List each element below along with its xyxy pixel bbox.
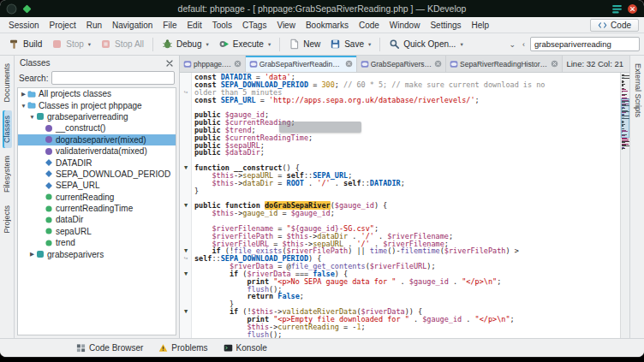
menu-file[interactable]: File xyxy=(158,19,182,32)
menu-edit[interactable]: Edit xyxy=(182,19,206,32)
gutter-cell xyxy=(180,149,192,157)
gutter-cell xyxy=(180,278,192,286)
konsole-toggle[interactable]: Konsole xyxy=(219,341,271,354)
expander-icon[interactable]: ▶ xyxy=(28,251,36,258)
fold-marker-icon[interactable]: ▼ xyxy=(180,270,192,278)
classes-search-input[interactable] xyxy=(51,71,175,85)
menu-settings[interactable]: Settings xyxy=(425,19,466,32)
save-button[interactable]: Save▾ xyxy=(325,36,375,52)
expander-icon[interactable]: ▼ xyxy=(20,103,27,109)
tree-item-label: validateriverdata(mixed) xyxy=(56,146,147,156)
code-browser-icon xyxy=(76,343,86,353)
tab-grabseparivers[interactable]: GrabSepaRivers.php xyxy=(357,56,446,72)
chevron-left-icon[interactable]: ‹ xyxy=(521,40,527,49)
menu-ctags[interactable]: CTags xyxy=(237,19,271,32)
tree-item--construct-[interactable]: __construct() xyxy=(18,122,176,134)
quick-open-icon xyxy=(389,39,400,50)
area-switcher-code[interactable]: Code xyxy=(590,19,639,32)
tree-item-datadir[interactable]: DATADIR xyxy=(18,157,176,168)
tab-separiverreadinghistory[interactable]: SepaRiverReadingHistory.php xyxy=(446,56,563,72)
workspace-icon[interactable] xyxy=(611,3,623,15)
classes-panel-header: Classes xyxy=(15,56,179,69)
tree-item-trend[interactable]: trend xyxy=(18,237,176,248)
stop-all-button[interactable]: Stop All xyxy=(96,36,148,52)
menu-bookmarks[interactable]: Bookmarks xyxy=(301,19,354,32)
debug-button[interactable]: Debug▾ xyxy=(158,36,213,52)
minimap-viewport[interactable] xyxy=(621,98,629,138)
tab-phppage[interactable]: phppage.php xyxy=(180,56,246,72)
gutter-cell xyxy=(180,300,192,308)
tree-item-grabseparivers[interactable]: ▶grabseparivers xyxy=(18,248,176,259)
toolbar-search-input[interactable] xyxy=(530,37,640,51)
toolbar-separator xyxy=(379,38,380,51)
tree-item-dograbsepariver-mixed-[interactable]: dograbsepariver(mixed) xyxy=(18,134,176,145)
classes-search-label: Search: xyxy=(19,74,48,83)
tree-item-sepa-url[interactable]: SEPA_URL xyxy=(18,180,176,191)
close-window-icon[interactable] xyxy=(627,3,638,15)
menu-tools[interactable]: Tools xyxy=(207,19,237,32)
fold-marker-icon[interactable]: ▼ xyxy=(180,202,192,210)
stop-button-label: Stop xyxy=(66,39,84,49)
new-button[interactable]: New xyxy=(284,36,325,52)
code-browser-toggle[interactable]: Code Browser xyxy=(72,341,147,354)
tree-item-validateriverdata-mixed-[interactable]: validateriverdata(mixed) xyxy=(18,145,176,157)
sidebar-tab-documents[interactable]: Documents xyxy=(3,58,12,108)
tab-grabsepariverreading[interactable]: GrabSepaRiverReading.php xyxy=(246,56,357,72)
tree-item-sepaurl[interactable]: sepaURL xyxy=(18,226,176,237)
app-menu-icon[interactable] xyxy=(6,3,17,15)
gutter-cell xyxy=(180,210,192,217)
titlebar[interactable]: default: phppage - [ phppage:GrabSepaRiv… xyxy=(0,0,644,17)
menubar: SessionProjectRunNavigationFileEditTools… xyxy=(0,17,644,33)
tree-item-currentreading[interactable]: currentReading xyxy=(18,192,176,203)
tree-item-datadir[interactable]: dataDir xyxy=(18,214,176,225)
tab-close-icon[interactable] xyxy=(345,60,353,68)
tab-label: phppage.php xyxy=(194,60,232,68)
folder-icon xyxy=(27,90,36,98)
toolbar-separator xyxy=(152,38,153,51)
tree-item-sepa-download-period[interactable]: SEPA_DOWNLOAD_PERIOD xyxy=(18,169,176,180)
sidebar-tab-external-scripts[interactable]: External Scripts xyxy=(633,58,642,122)
sidebar-tab-classes[interactable]: Classes xyxy=(3,110,12,148)
stop-button[interactable]: Stop▾ xyxy=(47,36,95,52)
gutter-cell xyxy=(180,225,192,233)
tree-item-currentreadingtime[interactable]: currentReadingTime xyxy=(18,203,176,214)
menu-navigation[interactable]: Navigation xyxy=(107,19,158,32)
problems-toggle[interactable]: Problems xyxy=(154,341,212,354)
menu-run[interactable]: Run xyxy=(81,19,107,32)
tree-item-classes-in-project-phppage[interactable]: ▼Classes in project phppage xyxy=(18,99,176,110)
code-text: $this->dataDir = ROOT . '/' . self::DATA… xyxy=(192,180,405,187)
tab-close-icon[interactable] xyxy=(551,60,558,68)
execute-button-label: Execute xyxy=(233,39,264,49)
tree-item-all-projects-classes[interactable]: ▶All projects classes xyxy=(18,88,176,99)
menu-project[interactable]: Project xyxy=(45,19,81,32)
code-area-icon xyxy=(598,21,607,30)
tab-label: GrabSepaRivers.php xyxy=(371,60,432,68)
close-panel-icon[interactable] xyxy=(165,59,174,68)
gutter-cell xyxy=(180,142,192,150)
expander-icon[interactable]: ▼ xyxy=(28,114,36,120)
quick-open-button[interactable]: Quick Open...▾ xyxy=(385,36,467,52)
minimap-scrollbar[interactable] xyxy=(620,73,629,338)
kdevelop-logo-icon xyxy=(21,3,33,15)
gutter-cell xyxy=(180,172,192,180)
wrap-marker-icon: ↪ xyxy=(180,255,192,263)
tab-close-icon[interactable] xyxy=(234,60,242,68)
expander-icon[interactable]: ▶ xyxy=(20,91,27,98)
menu-help[interactable]: Help xyxy=(467,19,495,32)
menu-code[interactable]: Code xyxy=(354,19,385,32)
menu-session[interactable]: Session xyxy=(3,19,45,32)
build-button[interactable]: Build xyxy=(4,36,46,52)
sidebar-tab-filesystem[interactable]: Filesystem xyxy=(3,151,12,198)
sidebar-tab-projects[interactable]: Projects xyxy=(3,200,12,239)
tab-close-icon[interactable] xyxy=(434,60,442,68)
konsole-icon xyxy=(224,343,233,353)
chevron-down-icon[interactable]: ⌄ xyxy=(507,40,517,49)
code-editor[interactable]: const DATADIR = 'data';const SEPA_DOWNLO… xyxy=(180,73,629,338)
execute-button[interactable]: Execute▾ xyxy=(214,36,275,52)
menu-window[interactable]: Window xyxy=(385,19,426,32)
fold-marker-icon[interactable]: ▼ xyxy=(180,308,192,316)
gutter-cell xyxy=(180,316,192,323)
fold-marker-icon[interactable]: ▼ xyxy=(180,164,192,172)
menu-view[interactable]: View xyxy=(271,19,301,32)
tree-item-grabsepariverreading[interactable]: ▼grabsepariverreading xyxy=(18,111,176,122)
